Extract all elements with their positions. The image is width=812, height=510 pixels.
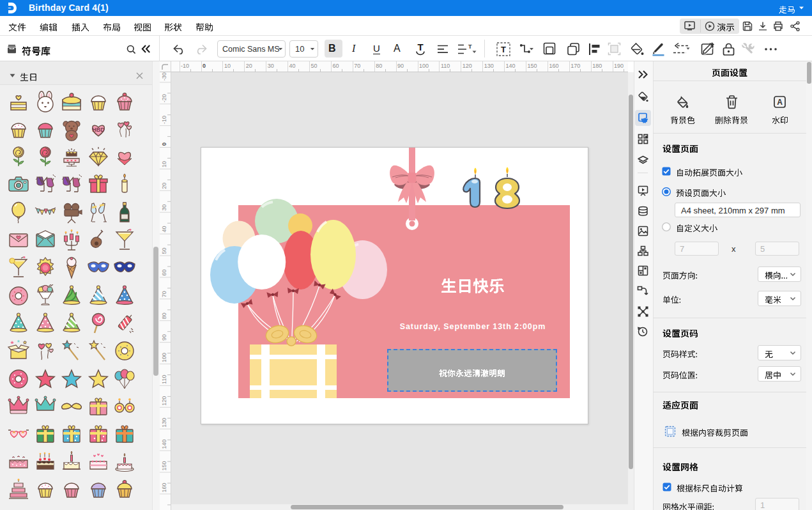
svg-text:60: 60 <box>161 269 167 275</box>
svg-text:10: 10 <box>161 161 167 167</box>
svg-text:T: T <box>468 44 472 50</box>
svg-text:80: 80 <box>161 313 167 319</box>
svg-text:0: 0 <box>161 143 167 146</box>
svg-text:-30: -30 <box>161 72 167 81</box>
svg-text:-10: -10 <box>161 116 167 124</box>
svg-text:140: 140 <box>161 440 167 449</box>
svg-text:40: 40 <box>161 226 167 233</box>
svg-text:T: T <box>501 45 506 54</box>
svg-text:120: 120 <box>161 396 167 406</box>
svg-text:30: 30 <box>161 205 167 211</box>
svg-text:160: 160 <box>161 483 167 492</box>
svg-text:A: A <box>777 98 783 107</box>
svg-text:110: 110 <box>161 375 167 384</box>
svg-text:130: 130 <box>161 418 167 428</box>
svg-text:150: 150 <box>161 461 167 470</box>
svg-text:100: 100 <box>161 353 167 362</box>
svg-text:20: 20 <box>161 183 167 189</box>
svg-text:HBD: HBD <box>92 127 105 133</box>
svg-text:T: T <box>417 42 423 52</box>
svg-text:-20: -20 <box>161 94 167 102</box>
svg-text:50: 50 <box>161 247 167 254</box>
svg-text:90: 90 <box>161 334 167 341</box>
svg-text:70: 70 <box>161 291 167 297</box>
